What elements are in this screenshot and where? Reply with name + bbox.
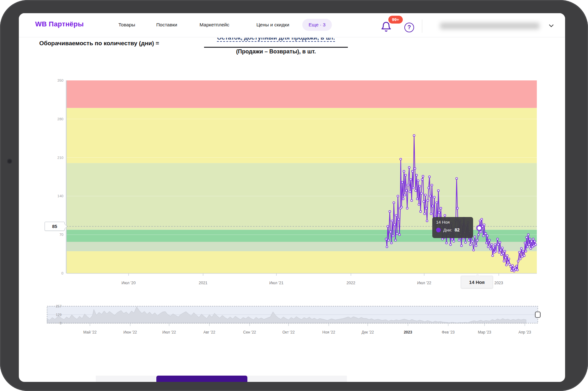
threshold-axis-marker: 85: [45, 222, 65, 231]
data-point: [397, 195, 399, 197]
nav-item-prices[interactable]: Цены и скидки: [256, 22, 289, 28]
nav-item-tovary[interactable]: Товары: [118, 22, 135, 28]
data-point: [507, 261, 509, 263]
data-point: [524, 242, 526, 244]
data-point: [401, 206, 402, 208]
data-point: [502, 253, 504, 254]
horizontal-scrollbar[interactable]: [96, 376, 347, 382]
chart-tooltip: 14 Ноя Дни: 82: [432, 217, 473, 238]
data-point: [393, 202, 395, 204]
data-point: [519, 258, 521, 260]
data-point: [396, 233, 398, 235]
formula-fraction-bar: [204, 47, 348, 48]
data-point: [432, 205, 434, 207]
data-point: [501, 247, 503, 249]
header-divider: [422, 19, 422, 33]
data-point: [428, 187, 429, 189]
question-icon: ?: [407, 24, 411, 31]
navigator-x-label-8: 2023: [404, 330, 412, 334]
data-point: [425, 207, 427, 209]
tablet-screenshot: WB Партнёры Товары Поставки Маркетплейс …: [0, 0, 588, 391]
x-axis-label-5: 2023: [494, 281, 503, 285]
hovered-data-point[interactable]: [477, 226, 482, 231]
nav-item-postavki[interactable]: Поставки: [156, 22, 177, 28]
data-point: [391, 242, 392, 244]
data-point: [483, 224, 485, 226]
data-point: [404, 194, 406, 196]
data-point: [509, 263, 510, 265]
data-point: [444, 215, 446, 216]
data-point: [429, 195, 431, 197]
data-point: [399, 234, 401, 236]
data-point: [487, 246, 489, 248]
navigator-x-label-3: Авг '22: [203, 330, 215, 334]
notification-badge: 99+: [388, 16, 403, 24]
navigator-x-label-7: Дек '22: [362, 330, 374, 334]
data-point: [418, 204, 420, 205]
data-point: [416, 174, 418, 176]
data-point: [391, 220, 393, 222]
data-point: [389, 210, 391, 212]
data-point: [386, 246, 388, 248]
data-point: [408, 166, 410, 168]
crosshair-date-label: 14 Ноя: [461, 276, 493, 288]
navigator-x-label-0: Май '22: [83, 330, 97, 334]
data-point: [469, 244, 471, 246]
data-point: [474, 236, 476, 238]
nav-item-marketplace[interactable]: Маркетплейс: [200, 22, 229, 28]
data-point: [411, 199, 413, 201]
navigator-handle[interactable]: [535, 312, 540, 318]
data-point: [433, 196, 435, 198]
help-button[interactable]: ?: [404, 23, 414, 32]
data-point: [530, 247, 531, 249]
data-point: [415, 190, 417, 192]
data-point: [456, 207, 458, 209]
y-axis-label-70: 70: [59, 233, 63, 236]
turnover-chart[interactable]: 070140210280350Июл '202021Июл '212022Июл…: [19, 13, 565, 382]
navigator-x-label-5: Окт '22: [283, 330, 295, 334]
data-point: [475, 245, 477, 247]
data-point: [521, 256, 523, 258]
y-axis-label-280: 280: [57, 117, 63, 121]
brand-logo[interactable]: WB Партнёры: [35, 20, 84, 28]
y-axis-label-350: 350: [57, 79, 63, 82]
data-point: [517, 260, 519, 262]
data-point: [441, 238, 443, 240]
data-point: [497, 244, 499, 246]
series-dot-icon: [436, 228, 441, 232]
data-point: [430, 213, 432, 215]
navigator-y-label-257: 257: [56, 304, 62, 308]
data-point: [490, 248, 492, 250]
plot-band-5: [67, 80, 537, 108]
data-point: [402, 181, 403, 183]
app-screen: WB Партнёры Товары Поставки Маркетплейс …: [19, 13, 565, 382]
user-account-name[interactable]: [440, 23, 539, 29]
data-point: [421, 179, 423, 181]
x-axis-label-2: Июл '21: [269, 281, 283, 285]
data-point: [528, 244, 530, 246]
data-point: [461, 245, 462, 247]
y-axis-label-210: 210: [57, 156, 63, 160]
tooltip-row: Дни: 82: [436, 227, 469, 232]
tooltip-date: 14 Ноя: [436, 220, 469, 225]
data-point: [437, 190, 439, 192]
plot-band-4: [67, 108, 537, 163]
data-point: [429, 176, 430, 178]
data-point: [468, 239, 470, 241]
tablet-camera-icon: [7, 159, 12, 164]
data-point: [477, 234, 479, 236]
navigator-x-label-11: Апр '23: [519, 330, 531, 334]
data-point: [406, 207, 408, 209]
navigator-y-label-0: 0: [60, 321, 62, 325]
data-point: [431, 184, 433, 186]
data-point: [525, 250, 527, 252]
chevron-down-icon[interactable]: [549, 23, 554, 28]
y-axis-label-0: 0: [62, 271, 63, 275]
scrollbar-thumb[interactable]: [156, 376, 247, 382]
data-point: [532, 238, 534, 240]
data-point: [491, 244, 493, 246]
nav-more-button[interactable]: Еще · 3: [302, 19, 332, 31]
x-axis-label-3: 2022: [347, 281, 355, 285]
data-point: [410, 179, 412, 181]
data-point: [511, 269, 513, 271]
